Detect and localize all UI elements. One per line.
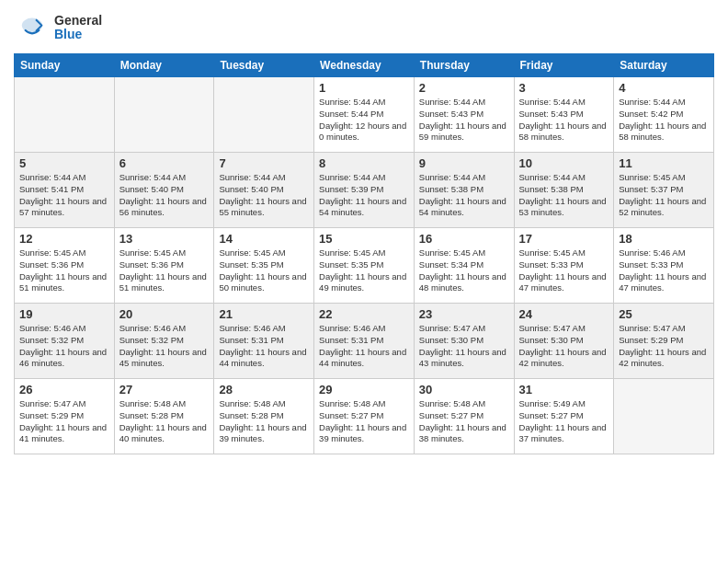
day-daylight: Daylight: 11 hours and 47 minutes.: [619, 271, 709, 295]
logo-general: General: [54, 14, 102, 28]
calendar-day-cell: [114, 77, 214, 153]
day-sunset: Sunset: 5:43 PM: [519, 109, 609, 121]
calendar-day-cell: 24 Sunrise: 5:47 AM Sunset: 5:30 PM Dayl…: [514, 304, 614, 379]
day-sunrise: Sunrise: 5:46 AM: [19, 323, 109, 335]
weekday-header-wednesday: Wednesday: [314, 54, 415, 77]
day-daylight: Daylight: 12 hours and 0 minutes.: [319, 121, 409, 144]
day-number: 17: [519, 232, 609, 246]
calendar-day-cell: 3 Sunrise: 5:44 AM Sunset: 5:43 PM Dayli…: [514, 77, 614, 153]
day-number: 11: [619, 156, 709, 170]
day-sunset: Sunset: 5:35 PM: [219, 259, 309, 271]
day-number: 18: [619, 232, 709, 246]
day-daylight: Daylight: 11 hours and 54 minutes.: [419, 196, 509, 220]
day-daylight: Daylight: 11 hours and 42 minutes.: [619, 347, 709, 371]
day-daylight: Daylight: 11 hours and 45 minutes.: [119, 347, 210, 371]
calendar-day-cell: 14 Sunrise: 5:45 AM Sunset: 5:35 PM Dayl…: [214, 228, 314, 304]
calendar-day-cell: 8 Sunrise: 5:44 AM Sunset: 5:39 PM Dayli…: [314, 153, 415, 228]
day-sunset: Sunset: 5:34 PM: [419, 259, 509, 271]
weekday-header-saturday: Saturday: [614, 54, 714, 77]
day-number: 27: [119, 383, 210, 396]
calendar-day-cell: 1 Sunrise: 5:44 AM Sunset: 5:44 PM Dayli…: [314, 77, 415, 153]
calendar-day-cell: 26 Sunrise: 5:47 AM Sunset: 5:29 PM Dayl…: [15, 379, 115, 454]
day-daylight: Daylight: 11 hours and 50 minutes.: [219, 271, 309, 295]
day-daylight: Daylight: 11 hours and 37 minutes.: [519, 422, 609, 446]
day-daylight: Daylight: 11 hours and 46 minutes.: [19, 347, 109, 371]
day-sunset: Sunset: 5:40 PM: [119, 184, 210, 196]
calendar-day-cell: 16 Sunrise: 5:45 AM Sunset: 5:34 PM Dayl…: [414, 228, 514, 304]
day-daylight: Daylight: 11 hours and 58 minutes.: [519, 121, 609, 144]
day-number: 6: [119, 156, 210, 170]
calendar-day-cell: 5 Sunrise: 5:44 AM Sunset: 5:41 PM Dayli…: [15, 153, 115, 228]
day-number: 10: [519, 156, 609, 170]
day-sunset: Sunset: 5:35 PM: [319, 259, 409, 271]
header: General Blue: [14, 9, 714, 46]
day-daylight: Daylight: 11 hours and 56 minutes.: [119, 196, 210, 220]
day-daylight: Daylight: 11 hours and 51 minutes.: [119, 271, 210, 295]
day-number: 23: [419, 307, 509, 321]
day-sunset: Sunset: 5:31 PM: [219, 335, 309, 347]
day-number: 8: [319, 156, 409, 170]
page: General Blue SundayMondayTuesdayWednesda…: [0, 0, 728, 563]
day-number: 22: [319, 307, 409, 321]
day-sunrise: Sunrise: 5:44 AM: [419, 172, 509, 184]
day-sunrise: Sunrise: 5:46 AM: [219, 323, 309, 335]
calendar-day-cell: 25 Sunrise: 5:47 AM Sunset: 5:29 PM Dayl…: [614, 304, 714, 379]
day-number: 25: [619, 307, 709, 321]
day-number: 12: [19, 232, 109, 246]
day-sunset: Sunset: 5:38 PM: [419, 184, 509, 196]
day-sunset: Sunset: 5:40 PM: [219, 184, 309, 196]
day-daylight: Daylight: 11 hours and 53 minutes.: [519, 196, 609, 220]
calendar-day-cell: 30 Sunrise: 5:48 AM Sunset: 5:27 PM Dayl…: [414, 379, 514, 454]
day-sunrise: Sunrise: 5:47 AM: [19, 398, 109, 410]
day-sunrise: Sunrise: 5:47 AM: [519, 323, 609, 335]
day-daylight: Daylight: 11 hours and 38 minutes.: [419, 422, 509, 446]
day-sunrise: Sunrise: 5:45 AM: [519, 247, 609, 259]
day-sunset: Sunset: 5:28 PM: [219, 410, 309, 422]
calendar-day-cell: 12 Sunrise: 5:45 AM Sunset: 5:36 PM Dayl…: [15, 228, 115, 304]
day-daylight: Daylight: 11 hours and 59 minutes.: [419, 121, 509, 144]
day-sunset: Sunset: 5:30 PM: [519, 335, 609, 347]
day-sunset: Sunset: 5:33 PM: [519, 259, 609, 271]
calendar-day-cell: [214, 77, 314, 153]
day-daylight: Daylight: 11 hours and 44 minutes.: [319, 347, 409, 371]
calendar-week-row: 26 Sunrise: 5:47 AM Sunset: 5:29 PM Dayl…: [15, 379, 714, 454]
day-sunrise: Sunrise: 5:47 AM: [619, 323, 709, 335]
day-daylight: Daylight: 11 hours and 49 minutes.: [319, 271, 409, 295]
calendar-week-row: 5 Sunrise: 5:44 AM Sunset: 5:41 PM Dayli…: [15, 153, 714, 228]
day-number: 7: [219, 156, 309, 170]
day-number: 26: [19, 383, 109, 396]
day-sunrise: Sunrise: 5:44 AM: [519, 172, 609, 184]
day-number: 24: [519, 307, 609, 321]
calendar-day-cell: 31 Sunrise: 5:49 AM Sunset: 5:27 PM Dayl…: [514, 379, 614, 454]
calendar-table: SundayMondayTuesdayWednesdayThursdayFrid…: [14, 53, 714, 454]
day-sunset: Sunset: 5:28 PM: [119, 410, 210, 422]
day-daylight: Daylight: 11 hours and 42 minutes.: [519, 347, 609, 371]
day-sunrise: Sunrise: 5:48 AM: [219, 398, 309, 410]
day-sunset: Sunset: 5:27 PM: [419, 410, 509, 422]
calendar-header: SundayMondayTuesdayWednesdayThursdayFrid…: [15, 54, 714, 77]
day-number: 13: [119, 232, 210, 246]
day-sunset: Sunset: 5:39 PM: [319, 184, 409, 196]
day-number: 4: [619, 81, 709, 95]
day-sunrise: Sunrise: 5:45 AM: [219, 247, 309, 259]
logo-icon: [14, 9, 51, 46]
day-sunset: Sunset: 5:41 PM: [19, 184, 109, 196]
day-daylight: Daylight: 11 hours and 41 minutes.: [19, 422, 109, 446]
calendar-day-cell: 17 Sunrise: 5:45 AM Sunset: 5:33 PM Dayl…: [514, 228, 614, 304]
day-daylight: Daylight: 11 hours and 48 minutes.: [419, 271, 509, 295]
calendar-day-cell: 4 Sunrise: 5:44 AM Sunset: 5:42 PM Dayli…: [614, 77, 714, 153]
day-sunset: Sunset: 5:42 PM: [619, 109, 709, 121]
calendar-day-cell: 9 Sunrise: 5:44 AM Sunset: 5:38 PM Dayli…: [414, 153, 514, 228]
day-number: 2: [419, 81, 509, 95]
day-sunrise: Sunrise: 5:44 AM: [419, 97, 509, 109]
day-number: 15: [319, 232, 409, 246]
day-sunrise: Sunrise: 5:44 AM: [619, 97, 709, 109]
day-sunset: Sunset: 5:36 PM: [19, 259, 109, 271]
logo-text: General Blue: [54, 14, 102, 42]
day-sunrise: Sunrise: 5:45 AM: [419, 247, 509, 259]
day-sunset: Sunset: 5:31 PM: [319, 335, 409, 347]
calendar-day-cell: 19 Sunrise: 5:46 AM Sunset: 5:32 PM Dayl…: [15, 304, 115, 379]
day-daylight: Daylight: 11 hours and 39 minutes.: [219, 422, 309, 446]
day-sunrise: Sunrise: 5:44 AM: [219, 172, 309, 184]
calendar-day-cell: 10 Sunrise: 5:44 AM Sunset: 5:38 PM Dayl…: [514, 153, 614, 228]
